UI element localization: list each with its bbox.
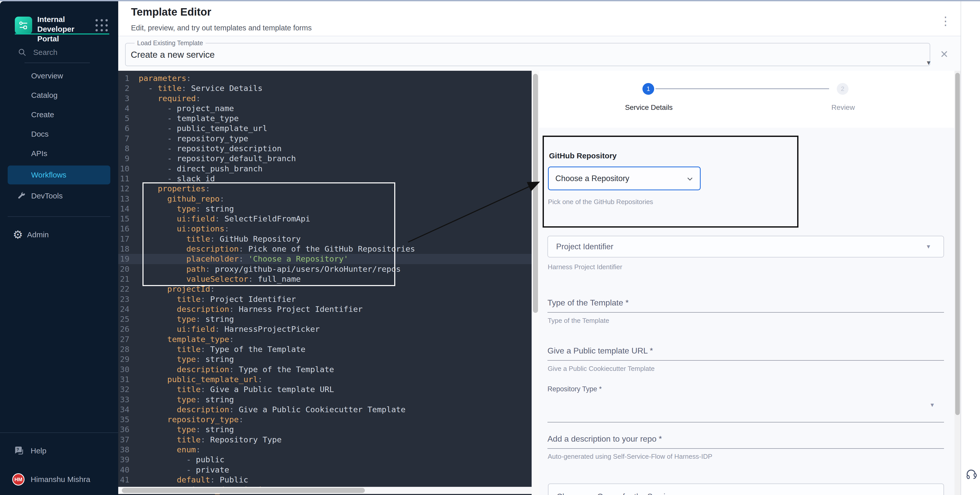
help-button[interactable]: ? Help <box>13 445 46 457</box>
app-title: Internal Developer Portal <box>37 14 94 44</box>
sidebar-item-label: Admin <box>27 231 49 239</box>
stepper-connector <box>655 88 829 89</box>
code-line[interactable]: 24 description: Harness Project Identifi… <box>118 304 531 314</box>
code-line[interactable]: 36 type: string <box>118 425 531 435</box>
code-line[interactable]: 32 title: Give a Public template URL <box>118 384 531 395</box>
step-1-label: Service Details <box>617 103 681 111</box>
template-type-underline <box>547 312 944 313</box>
apps-grid-icon[interactable] <box>95 19 109 32</box>
right-gutter <box>961 1 980 495</box>
search-underline <box>24 62 90 63</box>
code-line[interactable]: 9 - repository_default_branch <box>118 153 531 164</box>
editor-vertical-scroll-thumb[interactable] <box>533 74 538 313</box>
sidebar-item-workflows-active[interactable]: Workflows <box>8 166 110 185</box>
repository-type-field[interactable]: Repository Type * <box>547 385 602 393</box>
repo-description-underline <box>547 448 944 449</box>
code-line[interactable]: 8 - repositoty_description <box>118 143 531 153</box>
template-type-field[interactable]: Type of the Template * <box>547 298 628 307</box>
wrench-icon <box>16 190 27 202</box>
load-template-value: Create a new service <box>131 49 215 60</box>
code-line[interactable]: 5 - template_type <box>118 113 531 123</box>
sidebar-item-label: Workflows <box>31 170 67 179</box>
search-input[interactable]: Search <box>18 47 105 58</box>
sidebar-item-label: Docs <box>31 130 49 138</box>
repo-description-field[interactable]: Add a description to your repo * <box>547 434 662 444</box>
dropdown-caret-icon: ▼ <box>926 59 932 67</box>
code-line[interactable]: 35 repository_type: <box>118 415 531 425</box>
code-line[interactable]: 39 - public <box>118 455 531 465</box>
sidebar-item-apis[interactable]: APIs <box>0 146 118 161</box>
support-headset-icon[interactable] <box>963 466 979 481</box>
code-line[interactable]: 10 - direct_push_branch <box>118 164 531 173</box>
user-menu[interactable]: HM Himanshu Mishra <box>12 473 90 485</box>
clear-template-icon[interactable]: × <box>937 46 952 62</box>
code-line[interactable]: 38 enum: <box>118 445 531 455</box>
project-identifier-helper: Harness Project Identifier <box>548 263 622 271</box>
project-identifier-value: Project Identifier <box>556 242 613 251</box>
load-template-label: Load Existing Template <box>135 39 205 47</box>
code-annotation-rectangle <box>143 182 395 286</box>
code-line[interactable]: 30 description: Type of the Template <box>118 364 531 374</box>
code-line[interactable]: 31 public_template_url: <box>118 374 531 384</box>
code-line[interactable]: 7 - repository_type <box>118 134 531 143</box>
code-line[interactable]: 33 type: string <box>118 395 531 404</box>
kebab-menu-icon[interactable]: ⋮ <box>939 13 952 31</box>
step-2-circle[interactable]: 2 <box>837 83 848 95</box>
page-header: Template Editor Edit, preview, and try o… <box>118 1 961 36</box>
sidebar-item-create[interactable]: Create <box>0 107 118 123</box>
page-title: Template Editor <box>131 6 211 18</box>
repo-description-helper: Auto-generated using Self-Service-Flow o… <box>548 453 713 460</box>
sidebar-item-admin[interactable]: ⚙ Admin <box>0 227 118 242</box>
github-repository-select-value: Choose a Repository <box>555 174 629 183</box>
code-line[interactable]: 4 - project_name <box>118 103 531 113</box>
template-editor-page: Internal Developer Portal Search Overvie… <box>0 0 980 495</box>
github-repository-select[interactable]: Choose a Repository <box>548 167 701 190</box>
sidebar-item-docs[interactable]: Docs <box>0 126 118 142</box>
code-line[interactable]: 34 description: Give a Public Cookiecutt… <box>118 404 531 415</box>
stepper: 1 2 Service Details Review <box>539 71 961 128</box>
code-line[interactable]: 23 title: Project Identifier <box>118 294 531 304</box>
editor-horizontal-scrollbar <box>118 487 531 494</box>
code-line[interactable]: 41 default: Public <box>118 475 531 485</box>
idp-logo-icon <box>18 20 29 31</box>
step-1-circle[interactable]: 1 <box>643 83 654 95</box>
app-logo[interactable] <box>15 17 32 34</box>
avatar: HM <box>12 473 24 485</box>
code-line[interactable]: 25 type: string <box>118 314 531 324</box>
owner-select-value: Choose an Owner for the Service <box>557 492 674 495</box>
public-url-field[interactable]: Give a Public template URL * <box>547 346 653 355</box>
svg-text:?: ? <box>17 447 19 452</box>
code-line[interactable]: 1parameters: <box>118 73 531 83</box>
load-template-select[interactable]: ▼ <box>125 43 930 66</box>
code-line[interactable]: 28 title: Type of the Template <box>118 344 531 354</box>
code-line[interactable]: 6 - public_template_url <box>118 123 531 133</box>
panel-scrollbar <box>955 71 961 495</box>
owner-select[interactable]: Choose an Owner for the Service <box>548 484 944 495</box>
load-template-bar: ▼ Load Existing Template Create a new se… <box>118 36 961 71</box>
code-line[interactable]: 29 type: string <box>118 354 531 364</box>
search-placeholder: Search <box>33 48 57 57</box>
code-line[interactable]: 26 ui:field: HarnessProjectPicker <box>118 324 531 334</box>
step-2-label: Review <box>811 103 875 111</box>
editor-horizontal-scroll-thumb[interactable] <box>122 488 365 493</box>
repository-type-underline <box>547 422 944 422</box>
code-line[interactable]: 37 title: Repository Type <box>118 435 531 445</box>
page-subtitle: Edit, preview, and try out templates and… <box>131 24 312 32</box>
github-repository-title: GitHub Repository <box>549 151 617 160</box>
form-preview-panel: 1 2 Service Details Review GitHub Reposi… <box>539 71 961 495</box>
sidebar-divider <box>8 216 110 217</box>
code-line[interactable]: 27 template_type: <box>118 334 531 344</box>
sidebar-item-overview[interactable]: Overview <box>0 68 118 84</box>
sidebar-item-devtools[interactable]: DevTools <box>0 188 118 204</box>
code-line[interactable]: 40 - private <box>118 465 531 475</box>
sidebar-item-label: Catalog <box>31 91 57 100</box>
dropdown-caret-icon: ▼ <box>926 244 931 250</box>
sidebar-item-catalog[interactable]: Catalog <box>0 88 118 103</box>
code-line[interactable]: 3 required: <box>118 94 531 103</box>
help-label: Help <box>31 446 46 455</box>
yaml-code-editor[interactable]: 1parameters:2 - title: Service Details3 … <box>118 71 531 495</box>
project-identifier-select[interactable]: Project Identifier ▼ <box>547 236 944 258</box>
public-url-underline <box>547 360 944 361</box>
panel-scroll-thumb[interactable] <box>955 73 960 415</box>
code-line[interactable]: 2 - title: Service Details <box>118 83 531 93</box>
